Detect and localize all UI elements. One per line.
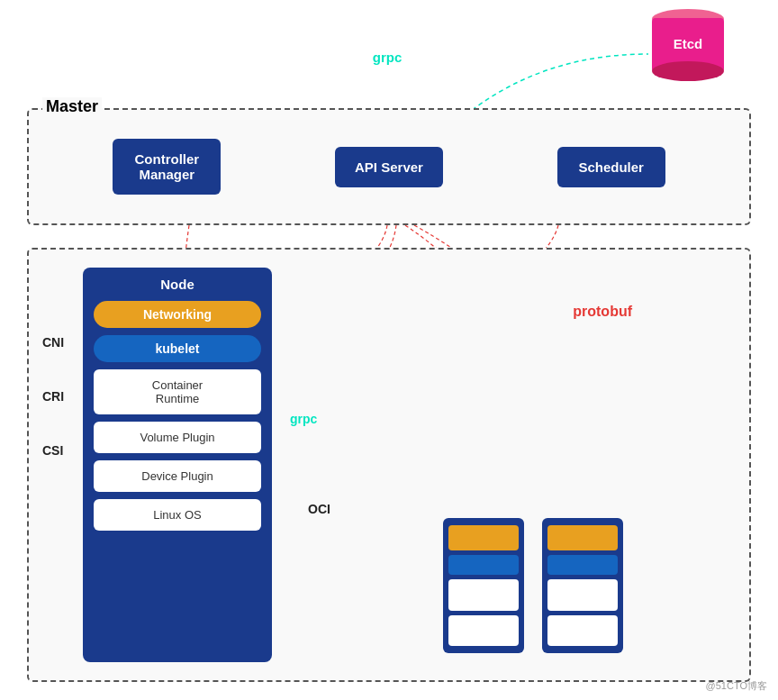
master-box: Master ControllerManager API Server Sche… — [27, 108, 751, 225]
scheduler-box: Scheduler — [557, 147, 665, 187]
node-area: CNI CRI CSI protobuf grpc OCI Node Netwo… — [27, 248, 751, 682]
linux-os-box: Linux OS — [94, 499, 261, 531]
volume-plugin-box: Volume Plugin — [94, 422, 261, 453]
master-label: Master — [42, 97, 102, 116]
etcd-cylinder: Etcd — [652, 9, 724, 81]
scheduler-label: Scheduler — [578, 159, 644, 175]
pod-1-orange — [448, 525, 519, 550]
cni-label: CNI — [42, 335, 64, 350]
networking-button: Networking — [94, 301, 261, 328]
pod-2-blue — [547, 555, 618, 575]
etcd-component: Etcd — [652, 9, 724, 81]
watermark: @51CTO博客 — [706, 679, 767, 693]
pod-2 — [542, 518, 623, 653]
pod-1 — [443, 518, 524, 653]
cri-label: CRI — [42, 389, 64, 404]
diagram-container: Etcd grpc Master ControllerManager API S… — [0, 0, 778, 700]
etcd-cylinder-bottom — [652, 61, 724, 81]
pod-2-orange — [547, 525, 618, 550]
grpc-top-label: grpc — [373, 50, 403, 65]
pod-containers — [443, 518, 623, 653]
grpc-node-label: grpc — [290, 412, 317, 426]
protobuf-label: protobuf — [573, 304, 632, 320]
api-server-label: API Server — [355, 159, 423, 175]
kubelet-button: kubelet — [94, 335, 261, 362]
controller-manager-label: ControllerManager — [134, 151, 199, 182]
node-box: Node Networking kubelet ContainerRuntime… — [83, 268, 272, 662]
master-components: ControllerManager API Server Scheduler — [29, 110, 749, 223]
node-title: Node — [160, 277, 194, 292]
pod-1-white2 — [448, 615, 519, 647]
etcd-label: Etcd — [674, 36, 703, 51]
container-runtime-box: ContainerRuntime — [94, 369, 261, 414]
csi-label: CSI — [42, 443, 63, 458]
pod-1-white — [448, 579, 519, 611]
controller-manager-box: ControllerManager — [113, 139, 221, 195]
pod-2-white2 — [547, 615, 618, 647]
api-server-box: API Server — [335, 147, 443, 187]
pod-2-white — [547, 579, 618, 611]
pod-1-blue — [448, 555, 519, 575]
container-runtime-label: ContainerRuntime — [152, 378, 203, 405]
oci-label: OCI — [308, 502, 330, 516]
device-plugin-box: Device Plugin — [94, 460, 261, 492]
